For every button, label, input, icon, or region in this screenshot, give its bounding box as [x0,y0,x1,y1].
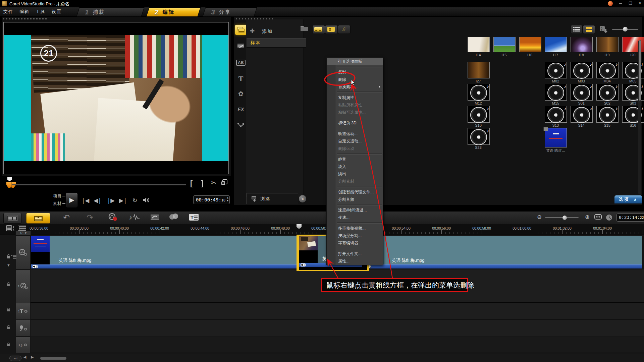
redo-button[interactable]: ↷ [85,213,95,223]
close-button[interactable]: ✕ [636,1,644,6]
step-edit[interactable]: 2 编辑 [146,7,201,17]
library-thumb-M03[interactable]: ♪ [571,62,593,78]
library-thumb-I27[interactable] [468,62,490,78]
library-thumb-S15[interactable]: ♪ [596,106,619,123]
seek-bar[interactable] [12,184,186,185]
zoom-out-icon[interactable]: ⊖ [536,214,543,221]
library-thumb-I17[interactable] [545,37,567,52]
context-menu-item-24[interactable]: 速度/时间流逝... [327,206,383,214]
voice-track-lane[interactable] [31,320,644,336]
library-scrollbar[interactable] [638,40,641,194]
menu-2[interactable]: 工具 [36,9,46,15]
mark-in-button[interactable]: [ [190,179,193,188]
title-track-header[interactable]: 1T [15,303,31,320]
context-menu-item-28[interactable]: 按场景分割... [327,232,383,239]
subtitle-editor-button[interactable]: T [188,213,200,223]
context-menu-item-22[interactable]: 分割音频 [327,196,383,203]
context-menu-item-32[interactable]: 属性... [327,257,383,265]
context-menu-item-10[interactable]: 标记为 3D [327,119,383,127]
video-track-lock-icon[interactable] [7,254,17,258]
scroll-left-button[interactable]: ◀ [23,355,26,359]
library-thumb-I14[interactable] [468,37,490,52]
context-menu-item-6[interactable]: 复制属性 [327,94,383,101]
fit-project-icon[interactable] [594,214,602,221]
title-track-lane[interactable] [31,303,644,319]
timeline-view-button[interactable] [26,213,50,224]
undo-button[interactable]: ↶ [61,213,71,223]
zoom-in-icon[interactable]: ⊕ [584,214,591,221]
scroll-right-button[interactable]: ▶ [31,355,34,359]
context-menu-item-2[interactable]: 复制 [327,68,383,76]
corel-guide-icon[interactable] [608,1,613,6]
context-menu-item-27[interactable]: 多重修整视频... [327,225,383,232]
music-track-lane[interactable] [31,337,644,353]
video-track-header[interactable] [15,236,31,269]
play-button[interactable]: ▶ [66,192,78,208]
browse-button[interactable]: 浏览 [247,193,298,204]
library-thumb-英语 陈红...[interactable] [545,128,567,147]
context-menu-item-31[interactable]: 打开文件夹... [327,250,383,257]
timeline-ruler[interactable]: 00:00:36:0000:00:38:0000:00:40:0000:00:4… [0,224,644,235]
context-menu-item-0[interactable]: 打开选项面板 [327,58,383,65]
menu-0[interactable]: 文件 [3,9,13,15]
zoom-slider-knob[interactable] [562,216,567,220]
context-menu-item-12[interactable]: 轨道运动... [327,130,383,137]
library-thumb-M02[interactable]: ♪ [545,62,567,78]
prev-frame-button[interactable]: ◀❘ [94,197,101,204]
context-menu-item-18[interactable]: 淡出 [327,170,383,178]
end-button[interactable]: ▶❘ [119,197,127,204]
sound-mixer-button[interactable]: ♪ [128,213,141,223]
context-menu-item-13[interactable]: 自定义运动... [327,137,383,145]
menu-1[interactable]: 编辑 [19,9,30,15]
scroll-mode-button[interactable]: ↔♪ [9,356,21,361]
timeline-timecode[interactable]: 0:23:14:22 [616,214,644,222]
maximize-button[interactable]: ❐ [627,1,635,6]
voice-track-lock-icon[interactable] [7,325,11,329]
step-capture[interactable]: 1 捕获 [76,7,144,17]
home-button[interactable]: ❘◀ [81,197,89,204]
library-thumb-I18[interactable] [571,37,593,52]
record-capture-button[interactable] [107,213,119,223]
clip-mode-label[interactable]: 素材 [53,201,62,206]
minimize-button[interactable]: ─ [616,1,625,6]
library-thumb-S01[interactable]: ♪ [571,84,593,101]
music-track-header[interactable]: 1♪ [15,337,31,353]
context-menu-item-21[interactable]: 创建智能代理文件... [327,188,383,196]
timecode-spinner[interactable]: ▲▼ [227,196,228,202]
volume-icon[interactable] [143,197,150,205]
music-track-lock-icon[interactable] [7,343,11,347]
scrollbar-thumb[interactable] [639,40,641,101]
step-share[interactable]: 3 分享 [202,7,257,17]
timeline-hscroll-thumb[interactable] [40,357,66,360]
auto-music-button[interactable] [149,213,161,223]
library-thumb-S10[interactable]: ♪ [468,106,490,123]
context-menu-item-29[interactable]: 字幕编辑器... [327,239,383,247]
library-thumb-M12[interactable]: ♪ [468,84,490,101]
next-frame-button[interactable]: ❘▶ [106,197,114,204]
track-manager-icon[interactable] [6,225,15,233]
mark-out-button[interactable]: ] [201,179,203,188]
motion-tracking-button[interactable] [168,213,180,223]
options-button[interactable]: 选项 ∧ [614,195,642,203]
library-thumb-M15[interactable]: ♪ [545,84,567,101]
library-thumb-I16[interactable] [519,37,541,52]
library-thumb-S14[interactable]: ♪ [571,106,593,123]
enlarge-preview-icon[interactable] [221,179,228,188]
library-thumb-I15[interactable] [493,37,516,52]
overlay-track-lock-icon[interactable] [7,282,11,286]
library-thumb-S02[interactable]: ♪ [596,84,619,101]
project-mode-label[interactable]: 项目 [53,193,62,199]
context-menu-item-25[interactable]: 变速... [327,214,383,221]
playhead[interactable] [299,235,299,354]
timeline-clip-3[interactable]: 英语 陈红梅.mpg [365,236,642,268]
library-thumb-M04[interactable]: ♪ [596,62,619,78]
preview-timecode[interactable]: 00:00:49:10 ▲▼ [193,195,230,204]
voice-track-header[interactable] [15,320,31,337]
library-thumb-S13[interactable]: ♪ [545,106,567,123]
menu-3[interactable]: 设置 [52,9,62,15]
storyboard-view-button[interactable] [3,213,21,224]
overlay-track-header[interactable]: 1 [15,269,31,303]
library-thumb-I19[interactable] [596,37,619,52]
split-clip-icon[interactable]: ✂ [211,179,216,187]
timeline-zoom-slider[interactable] [545,217,579,218]
